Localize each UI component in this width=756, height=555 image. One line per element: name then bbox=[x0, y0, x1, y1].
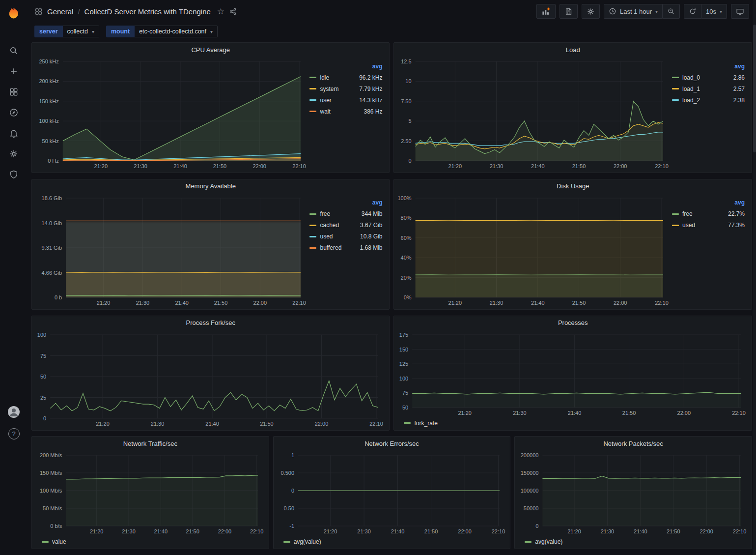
svg-text:150000: 150000 bbox=[521, 470, 539, 476]
legend-item-cached[interactable]: cached bbox=[320, 222, 339, 229]
legend-value: 77.3% bbox=[728, 222, 745, 229]
save-dashboard-button[interactable] bbox=[560, 4, 578, 19]
legend-value: 1.68 Mib bbox=[360, 244, 382, 251]
panel-processes: Processes 507510012515017521:2021:3021:4… bbox=[393, 316, 752, 431]
legend-item-load_2[interactable]: load_2 bbox=[682, 97, 700, 104]
panel-title[interactable]: Network Traffic/sec bbox=[32, 437, 269, 450]
legend-item-idle[interactable]: idle bbox=[320, 74, 329, 81]
configuration-gear-icon[interactable] bbox=[4, 145, 23, 163]
grafana-app: ? General / CollectD Server Metrics with… bbox=[0, 0, 756, 555]
svg-text:7.50: 7.50 bbox=[401, 98, 412, 104]
svg-text:21:50: 21:50 bbox=[667, 528, 680, 534]
refresh-icon bbox=[689, 7, 697, 15]
server-admin-shield-icon[interactable] bbox=[4, 165, 23, 184]
add-panel-button[interactable] bbox=[536, 4, 556, 19]
process-fork-chart[interactable]: 025507510021:2021:3021:4021:5022:0022:10 bbox=[34, 330, 387, 429]
svg-text:22:00: 22:00 bbox=[253, 300, 267, 306]
zoom-out-button[interactable] bbox=[663, 4, 680, 19]
legend-item-fork_rate[interactable]: fork_rate bbox=[414, 420, 437, 427]
grafana-logo[interactable] bbox=[4, 4, 24, 24]
share-icon[interactable] bbox=[229, 7, 237, 16]
svg-text:-1: -1 bbox=[289, 523, 294, 529]
panel-title[interactable]: CPU Average bbox=[32, 43, 389, 57]
user-avatar[interactable] bbox=[4, 403, 23, 421]
monitor-icon bbox=[736, 7, 744, 16]
search-icon[interactable] bbox=[4, 41, 23, 60]
legend-item-load_0[interactable]: load_0 bbox=[682, 74, 700, 81]
panel-title[interactable]: Network Packets/sec bbox=[515, 437, 752, 450]
load-chart[interactable]: 02.5057.501012.521:2021:3021:4021:5022:0… bbox=[396, 57, 672, 172]
svg-text:21:20: 21:20 bbox=[97, 300, 111, 306]
scrollbar-thumb[interactable] bbox=[753, 25, 756, 152]
zoom-out-icon bbox=[667, 7, 675, 15]
panel-title[interactable]: Memory Available bbox=[32, 179, 389, 193]
variable-server-value[interactable]: collectd ▾ bbox=[63, 26, 99, 37]
network-packets-chart[interactable]: 05000010000015000020000021:2021:3021:402… bbox=[517, 450, 750, 537]
variable-mount[interactable]: mount etc-collectd-collectd.conf ▾ bbox=[106, 26, 218, 37]
legend-item-system[interactable]: system bbox=[320, 86, 338, 92]
favorite-star-icon[interactable]: ☆ bbox=[217, 6, 224, 17]
breadcrumb-folder[interactable]: General bbox=[47, 7, 73, 16]
variable-mount-value[interactable]: etc-collectd-collectd.conf ▾ bbox=[135, 26, 218, 37]
refresh-interval-select[interactable]: 10s ▾ bbox=[701, 4, 727, 19]
processes-chart[interactable]: 507510012515017521:2021:3021:4021:5022:0… bbox=[396, 330, 750, 418]
legend-item-used[interactable]: used bbox=[320, 233, 333, 240]
svg-text:21:50: 21:50 bbox=[572, 163, 586, 169]
kiosk-mode-button[interactable] bbox=[731, 4, 749, 19]
legend-item-free[interactable]: free bbox=[320, 210, 330, 217]
legend-series-color bbox=[309, 111, 316, 112]
panel-title[interactable]: Network Errors/sec bbox=[274, 437, 510, 450]
legend-item-wait[interactable]: wait bbox=[320, 108, 330, 115]
legend-series-color bbox=[283, 541, 290, 543]
panel-network-packets: Network Packets/sec 05000010000015000020… bbox=[514, 436, 752, 549]
disk-usage-chart[interactable]: 0%20%40%60%80%100%21:2021:3021:4021:5022… bbox=[396, 193, 672, 308]
create-plus-icon[interactable] bbox=[4, 62, 23, 81]
legend-item-avg(value)[interactable]: avg(value) bbox=[294, 538, 321, 545]
refresh-button[interactable] bbox=[684, 4, 701, 19]
svg-text:21:20: 21:20 bbox=[96, 421, 110, 427]
legend-avg-header[interactable]: avg bbox=[734, 199, 745, 206]
svg-text:0%: 0% bbox=[404, 294, 412, 300]
legend-avg-header[interactable]: avg bbox=[372, 63, 383, 70]
legend-avg-header[interactable]: avg bbox=[734, 63, 745, 70]
legend-series-color bbox=[404, 422, 411, 424]
legend-item-used[interactable]: used bbox=[682, 222, 695, 229]
svg-text:21:50: 21:50 bbox=[622, 410, 636, 416]
legend-item-buffered[interactable]: buffered bbox=[320, 244, 341, 251]
svg-text:18.6 Gib: 18.6 Gib bbox=[42, 195, 62, 201]
network-errors-chart[interactable]: -1-0.5000.500121:2021:3021:4021:5022:002… bbox=[276, 450, 508, 537]
add-panel-icon bbox=[541, 7, 551, 16]
chart-svg: 025507510021:2021:3021:4021:5022:0022:10 bbox=[34, 330, 387, 429]
svg-text:21:20: 21:20 bbox=[568, 528, 582, 534]
legend-item-avg(value)[interactable]: avg(value) bbox=[535, 538, 562, 545]
panel-title[interactable]: Load bbox=[394, 43, 752, 57]
sidebar-bottom: ? bbox=[4, 403, 23, 443]
panel-title[interactable]: Disk Usage bbox=[394, 179, 752, 193]
legend-item-free[interactable]: free bbox=[682, 210, 693, 217]
legend-item-user[interactable]: user bbox=[320, 97, 331, 104]
legend-item-value[interactable]: value bbox=[52, 538, 66, 545]
legend-avg-header[interactable]: avg bbox=[372, 199, 383, 206]
svg-text:22:10: 22:10 bbox=[655, 300, 669, 306]
variable-server[interactable]: server collectd ▾ bbox=[34, 26, 99, 37]
time-range-picker[interactable]: Last 1 hour ▾ bbox=[604, 4, 663, 19]
help-icon[interactable]: ? bbox=[4, 424, 23, 443]
cpu-average-chart[interactable]: 0 Hz50 kHz100 kHz150 kHz200 kHz250 kHz21… bbox=[34, 57, 309, 172]
dashboard-settings-button[interactable] bbox=[582, 4, 600, 19]
panel-title[interactable]: Process Fork/sec bbox=[32, 316, 389, 330]
svg-text:75: 75 bbox=[40, 352, 46, 358]
svg-text:22:00: 22:00 bbox=[614, 300, 627, 306]
network-traffic-chart[interactable]: 0 b/s50 Mb/s100 Mb/s150 Mb/s200 Mb/s21:2… bbox=[34, 450, 267, 537]
network-traffic-legend: value bbox=[34, 537, 267, 548]
page-scrollbar[interactable] bbox=[753, 0, 756, 555]
dashboards-icon[interactable] bbox=[4, 83, 23, 101]
save-icon bbox=[564, 7, 573, 16]
svg-text:0: 0 bbox=[409, 158, 412, 164]
explore-compass-icon[interactable] bbox=[4, 103, 23, 122]
legend-item-load_1[interactable]: load_1 bbox=[682, 86, 700, 92]
memory-available-chart[interactable]: 0 b4.66 Gib9.31 Gib14.0 Gib18.6 Gib21:20… bbox=[34, 193, 309, 308]
alerting-bell-icon[interactable] bbox=[4, 124, 23, 143]
svg-text:21:30: 21:30 bbox=[136, 300, 150, 306]
panel-title[interactable]: Processes bbox=[394, 316, 752, 330]
legend-series-color bbox=[672, 213, 679, 215]
